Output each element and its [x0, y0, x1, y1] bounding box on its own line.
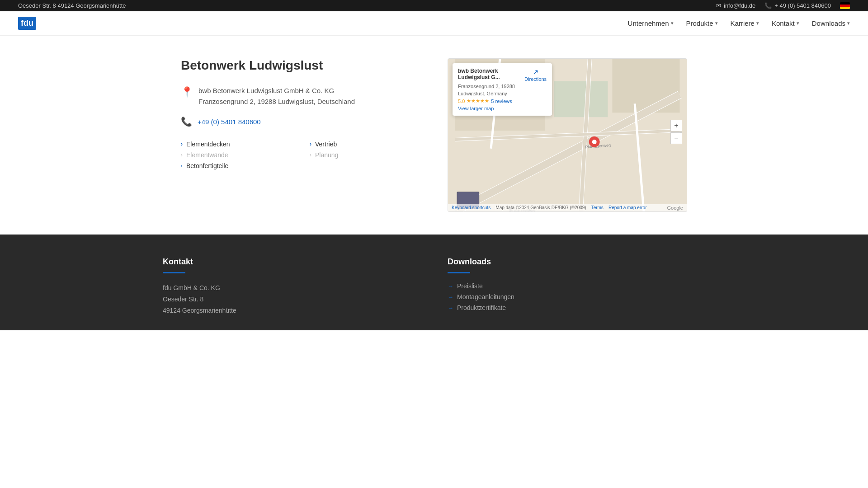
- svg-rect-3: [612, 59, 679, 113]
- company-address: Franzosengrund 2, 19288 Ludwigslust, Deu…: [198, 96, 355, 107]
- company-name: bwb Betonwerk Ludwigslust GmbH & Co. KG: [198, 85, 355, 96]
- footer-download-link-2[interactable]: → Produktzertifikate: [448, 304, 705, 311]
- footer-download-label-1: Montageanleitungen: [457, 293, 514, 300]
- map-footer: Keyboard shortcuts Map data ©2024 GeoBas…: [448, 204, 687, 211]
- keyboard-shortcuts-link[interactable]: Keyboard shortcuts: [452, 205, 491, 210]
- main-content: Betonwerk Ludwigslust 📍 bwb Betonwerk Lu…: [163, 36, 705, 235]
- services-grid: › Elementdecken › Vertrieb › Elementwänd…: [181, 141, 420, 169]
- footer-street: Oeseder Str. 8: [163, 294, 420, 305]
- chevron-right-icon: ›: [181, 141, 183, 147]
- svg-rect-2: [554, 81, 608, 117]
- popup-directions-block: ↗ Directions: [524, 68, 547, 82]
- arrow-right-icon: →: [448, 294, 453, 300]
- footer-downloads-title: Downloads: [448, 257, 705, 267]
- phone-link[interactable]: 📞 + 49 (0) 5401 840600: [764, 2, 831, 9]
- footer-download-label-0: Preisliste: [457, 282, 483, 290]
- service-label: Vertrieb: [315, 141, 337, 148]
- top-bar-address: Oeseder Str. 8 49124 Georgsmarienhütte: [18, 2, 126, 9]
- view-larger-map-link[interactable]: View larger map: [458, 106, 547, 111]
- popup-stars: ★★★★★: [467, 98, 489, 104]
- email-link[interactable]: ✉ info@fdu.de: [716, 2, 755, 9]
- flag-de-icon: [840, 2, 850, 9]
- map-data-text: Map data ©2024 GeoBasis-DE/BKG (©2009): [495, 205, 586, 210]
- service-label: Elementdecken: [186, 141, 230, 148]
- footer-contact-title: Kontakt: [163, 257, 420, 267]
- nav-downloads[interactable]: Downloads ▾: [812, 19, 850, 27]
- popup-title: bwb Betonwerk Ludwigslust G...: [458, 68, 524, 80]
- chevron-right-icon: ›: [181, 163, 183, 169]
- popup-rating-value: 5.0: [458, 99, 465, 104]
- report-error-link[interactable]: Report a map error: [609, 205, 646, 210]
- service-item: › Vertrieb: [310, 141, 420, 148]
- footer-grid: Kontakt fdu GmbH & Co. KG Oeseder Str. 8…: [163, 257, 705, 317]
- zoom-in-button[interactable]: +: [670, 120, 682, 131]
- directions-link[interactable]: Directions: [524, 76, 547, 82]
- arrow-right-icon: →: [448, 305, 453, 311]
- footer-kontakt: Kontakt fdu GmbH & Co. KG Oeseder Str. 8…: [163, 257, 420, 317]
- top-bar-contacts: ✉ info@fdu.de 📞 + 49 (0) 5401 840600: [716, 2, 850, 9]
- popup-header: bwb Betonwerk Ludwigslust G... ↗ Directi…: [458, 68, 547, 82]
- popup-reviews[interactable]: 5 reviews: [491, 99, 512, 104]
- logo[interactable]: fdu: [18, 17, 36, 30]
- footer-download-link-1[interactable]: → Montageanleitungen: [448, 293, 705, 300]
- popup-address2: Ludwigslust, Germany: [458, 91, 547, 96]
- map-popup: bwb Betonwerk Ludwigslust G... ↗ Directi…: [453, 63, 552, 116]
- content-right: Plantagenweg Straßenmeisterei bwb Betonw…: [448, 58, 687, 212]
- phone-icon: 📞: [764, 2, 772, 9]
- popup-address1: Franzosengrund 2, 19288: [458, 84, 547, 89]
- nav-links: Unternehmen ▾ Produkte ▾ Karriere ▾ Kont…: [628, 19, 850, 27]
- arrow-right-icon: →: [448, 283, 453, 290]
- service-item: › Planung: [310, 151, 420, 159]
- service-item: › Elementwände: [181, 151, 292, 159]
- footer-download-link-0[interactable]: → Preisliste: [448, 282, 705, 290]
- svg-point-15: [592, 140, 597, 144]
- navbar: fdu Unternehmen ▾ Produkte ▾ Karriere ▾ …: [0, 11, 868, 36]
- footer-city: 49124 Georgsmarienhütte: [163, 305, 420, 316]
- service-label: Planung: [315, 151, 338, 159]
- service-item: › Betonfertigteile: [181, 162, 292, 169]
- service-label: Elementwände: [186, 151, 228, 159]
- address-info: bwb Betonwerk Ludwigslust GmbH & Co. KG …: [198, 85, 355, 107]
- phone-icon: 📞: [181, 116, 192, 127]
- chevron-down-icon: ▾: [847, 20, 850, 26]
- logo-icon: fdu: [18, 17, 36, 30]
- footer-divider: [448, 272, 470, 273]
- email-text: info@fdu.de: [724, 2, 755, 9]
- address-block: 📍 bwb Betonwerk Ludwigslust GmbH & Co. K…: [181, 85, 420, 107]
- chevron-down-icon: ▾: [671, 20, 674, 26]
- nav-kontakt[interactable]: Kontakt ▾: [772, 19, 799, 27]
- map-footer-left: Keyboard shortcuts Map data ©2024 GeoBas…: [452, 205, 646, 211]
- chevron-right-icon: ›: [310, 141, 311, 147]
- chevron-right-icon: ›: [181, 152, 183, 158]
- company-phone[interactable]: +49 (0) 5401 840600: [198, 118, 261, 126]
- footer-divider: [163, 272, 185, 273]
- address-text: Oeseder Str. 8 49124 Georgsmarienhütte: [18, 2, 126, 9]
- zoom-out-button[interactable]: −: [670, 132, 682, 144]
- location-icon: 📍: [181, 86, 193, 98]
- email-icon: ✉: [716, 2, 721, 9]
- popup-rating-row: 5.0 ★★★★★ 5 reviews: [458, 98, 547, 104]
- top-bar: Oeseder Str. 8 49124 Georgsmarienhütte ✉…: [0, 0, 868, 11]
- chevron-right-icon: ›: [310, 152, 311, 158]
- nav-produkte[interactable]: Produkte ▾: [686, 19, 718, 27]
- service-item: › Elementdecken: [181, 141, 292, 148]
- service-label: Betonfertigteile: [186, 162, 228, 169]
- chevron-down-icon: ▾: [756, 20, 759, 26]
- map-zoom-controls: + −: [670, 120, 682, 144]
- content-left: Betonwerk Ludwigslust 📍 bwb Betonwerk Lu…: [181, 58, 420, 212]
- footer-contact-info: fdu GmbH & Co. KG Oeseder Str. 8 49124 G…: [163, 282, 420, 317]
- map-container: Plantagenweg Straßenmeisterei bwb Betonw…: [448, 58, 687, 212]
- footer-downloads: Downloads → Preisliste → Montageanleitun…: [448, 257, 705, 317]
- chevron-down-icon: ▾: [797, 20, 799, 26]
- footer-download-label-2: Produktzertifikate: [457, 304, 506, 311]
- nav-unternehmen[interactable]: Unternehmen ▾: [628, 19, 674, 27]
- google-logo: Google: [667, 205, 683, 211]
- nav-karriere[interactable]: Karriere ▾: [731, 19, 759, 27]
- terms-link[interactable]: Terms: [591, 205, 604, 210]
- chevron-down-icon: ▾: [715, 20, 718, 26]
- phone-text: + 49 (0) 5401 840600: [774, 2, 831, 9]
- phone-block: 📞 +49 (0) 5401 840600: [181, 116, 420, 127]
- page-title: Betonwerk Ludwigslust: [181, 58, 420, 73]
- footer: Kontakt fdu GmbH & Co. KG Oeseder Str. 8…: [0, 235, 868, 330]
- footer-company: fdu GmbH & Co. KG: [163, 282, 420, 294]
